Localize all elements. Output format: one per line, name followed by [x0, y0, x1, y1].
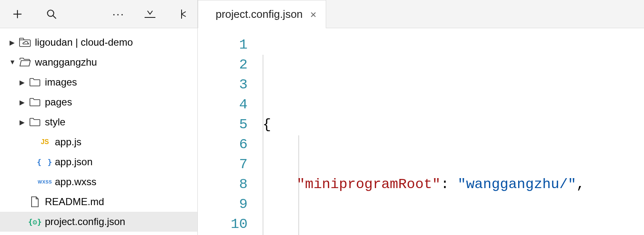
- tab-title: project.config.json: [216, 8, 303, 21]
- tree-item-folder[interactable]: ▶ pages: [0, 92, 197, 112]
- editor-tab-active[interactable]: project.config.json ×: [198, 0, 326, 28]
- tree-item-label: wanggangzhu: [35, 56, 97, 68]
- tree-item-label: app.js: [55, 136, 81, 148]
- tree-item-cloud-root[interactable]: ▶ ligoudan | cloud-demo: [0, 32, 197, 52]
- tree-item-file-selected[interactable]: ▶ {⚙} project.config.json: [0, 212, 197, 232]
- line-number: 5: [198, 115, 248, 135]
- collapse-sidebar-icon[interactable]: [174, 7, 189, 22]
- file-tree: ▶ ligoudan | cloud-demo ▼ wanggangzhu ▶ …: [0, 28, 197, 232]
- tree-item-label: images: [45, 76, 77, 88]
- code-content[interactable]: { "miniprogramRoot": "wanggangzhu/", "cl…: [255, 28, 585, 235]
- tree-item-file[interactable]: ▶ { } app.json: [0, 152, 197, 172]
- editor-tabbar: project.config.json ×: [198, 0, 644, 28]
- line-number: 10: [198, 214, 248, 234]
- tree-item-file[interactable]: ▶ WXSS app.wxss: [0, 172, 197, 192]
- line-number: 1: [198, 35, 248, 55]
- svg-point-2: [47, 10, 54, 16]
- tree-item-folder[interactable]: ▶ images: [0, 72, 197, 92]
- sidebar-toolbar: ···: [0, 0, 197, 28]
- tree-item-file[interactable]: ▶ README.md: [0, 192, 197, 212]
- indent-guide: [263, 55, 263, 235]
- code-token: "miniprogramRoot": [297, 176, 441, 192]
- tree-item-label: app.wxss: [55, 176, 96, 188]
- chevron-right-icon: ▶: [9, 39, 15, 47]
- folder-icon: [29, 117, 41, 127]
- code-token: "wanggangzhu/": [457, 176, 576, 192]
- sidebar: ··· ▶ ligoudan | cloud-demo ▼: [0, 0, 198, 235]
- line-number: 4: [198, 95, 248, 115]
- chevron-right-icon: ▶: [19, 98, 25, 106]
- tree-item-folder[interactable]: ▶ style: [0, 112, 197, 132]
- line-number-gutter: 1 2 3 4 5 6 7 8 9 10 11: [198, 28, 255, 235]
- line-number: 6: [198, 135, 248, 154]
- line-number: 9: [198, 194, 248, 214]
- tree-item-label: ligoudan | cloud-demo: [35, 37, 133, 48]
- json-file-icon: { }: [39, 157, 51, 167]
- folder-icon: [29, 97, 41, 107]
- file-icon: [29, 197, 41, 207]
- line-number: 3: [198, 75, 248, 95]
- app-root: ··· ▶ ligoudan | cloud-demo ▼: [0, 0, 644, 235]
- folder-open-icon: [19, 57, 31, 67]
- svg-line-3: [53, 15, 56, 19]
- line-number: 8: [198, 174, 248, 194]
- js-file-icon: JS: [39, 137, 51, 147]
- chevron-right-icon: ▶: [19, 118, 25, 126]
- folder-icon: [29, 77, 41, 87]
- tree-item-project-root[interactable]: ▼ wanggangzhu: [0, 52, 197, 72]
- code-token: {: [263, 117, 271, 132]
- search-icon[interactable]: [44, 7, 59, 22]
- line-number: 7: [198, 154, 248, 174]
- cloud-folder-icon: [19, 37, 31, 47]
- chevron-right-icon: ▶: [19, 78, 25, 86]
- tree-item-label: project.config.json: [45, 216, 125, 228]
- tree-item-file[interactable]: ▶ JS app.js: [0, 132, 197, 152]
- code-token: ,: [576, 176, 585, 192]
- wxss-file-icon: WXSS: [39, 177, 51, 187]
- more-icon[interactable]: ···: [111, 7, 126, 22]
- close-icon[interactable]: ×: [310, 9, 317, 20]
- code-editor[interactable]: 1 2 3 4 5 6 7 8 9 10 11 { "miniprogramRo…: [198, 28, 644, 235]
- line-number: 2: [198, 55, 248, 75]
- tree-item-label: style: [45, 116, 65, 128]
- tree-item-label: README.md: [45, 196, 104, 208]
- config-file-icon: {⚙}: [29, 217, 41, 227]
- tree-item-label: pages: [45, 96, 72, 108]
- tree-item-label: app.json: [55, 156, 93, 168]
- add-icon[interactable]: [10, 7, 25, 22]
- chevron-down-icon: ▼: [9, 59, 15, 66]
- editor-pane: project.config.json × 1 2 3 4 5 6 7 8 9 …: [198, 0, 644, 235]
- code-token: :: [440, 176, 449, 192]
- toggle-panel-icon[interactable]: [143, 7, 157, 22]
